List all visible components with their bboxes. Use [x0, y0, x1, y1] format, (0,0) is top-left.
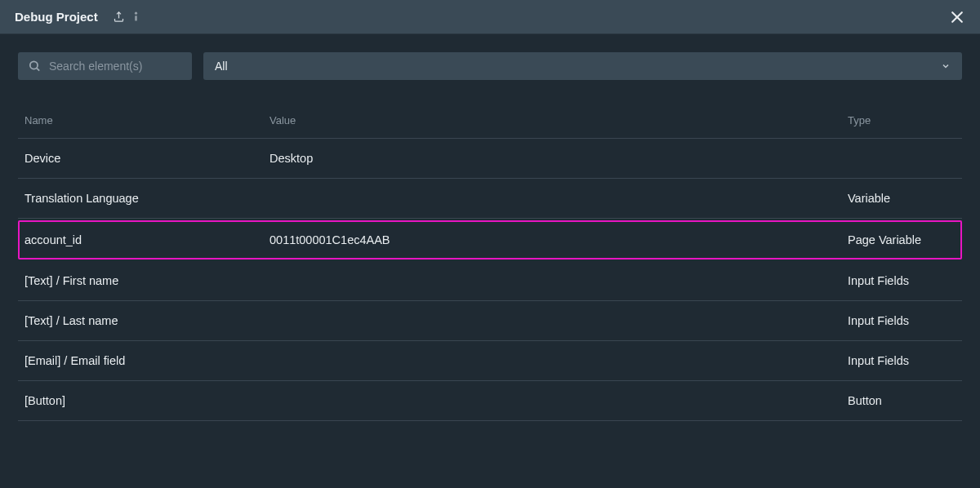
cell-type: Input Fields — [848, 354, 956, 367]
cell-name: [Email] / Email field — [24, 354, 270, 367]
table-row[interactable]: Translation LanguageVariable — [18, 179, 962, 219]
cell-type: Input Fields — [848, 314, 956, 327]
cell-type: Variable — [848, 192, 956, 205]
svg-line-5 — [37, 68, 39, 70]
table-row[interactable]: account_id0011t00001C1ec4AABPage Variabl… — [18, 220, 962, 260]
filter-wrap: All — [203, 52, 962, 80]
search-icon — [28, 60, 42, 73]
header-bar: Debug Project — [0, 0, 980, 34]
close-button[interactable] — [949, 9, 965, 25]
column-header-value: Value — [270, 114, 848, 126]
search-wrap — [18, 52, 192, 80]
info-icon — [130, 11, 142, 23]
table-row[interactable]: [Button]Button — [18, 381, 962, 421]
close-icon — [949, 9, 965, 25]
filter-select[interactable]: All — [203, 52, 962, 80]
cell-value: Desktop — [270, 152, 848, 165]
cell-name: Device — [24, 152, 270, 165]
cell-name: [Text] / First name — [24, 274, 270, 287]
controls-bar: All — [0, 34, 980, 80]
export-button[interactable] — [113, 11, 142, 23]
cell-name: account_id — [24, 233, 270, 246]
cell-name: Translation Language — [24, 192, 270, 205]
table-header: Name Value Type — [18, 98, 962, 139]
column-header-type: Type — [848, 114, 956, 126]
search-input[interactable] — [18, 52, 192, 80]
export-icon — [113, 11, 125, 23]
table-row[interactable]: [Text] / First nameInput Fields — [18, 261, 962, 301]
cell-type: Page Variable — [848, 233, 956, 246]
svg-point-4 — [30, 61, 38, 69]
page-title: Debug Project — [15, 10, 98, 24]
cell-type: Button — [848, 394, 956, 407]
svg-rect-1 — [135, 16, 137, 20]
table-row[interactable]: [Text] / Last nameInput Fields — [18, 301, 962, 341]
table-row[interactable]: DeviceDesktop — [18, 139, 962, 179]
table-row[interactable]: [Email] / Email fieldInput Fields — [18, 341, 962, 381]
column-header-name: Name — [24, 114, 270, 126]
svg-point-0 — [135, 12, 137, 15]
cell-value: 0011t00001C1ec4AAB — [270, 233, 848, 246]
cell-name: [Button] — [24, 394, 270, 407]
cell-type: Input Fields — [848, 274, 956, 287]
cell-name: [Text] / Last name — [24, 314, 270, 327]
debug-table: Name Value Type DeviceDesktopTranslation… — [0, 80, 980, 421]
